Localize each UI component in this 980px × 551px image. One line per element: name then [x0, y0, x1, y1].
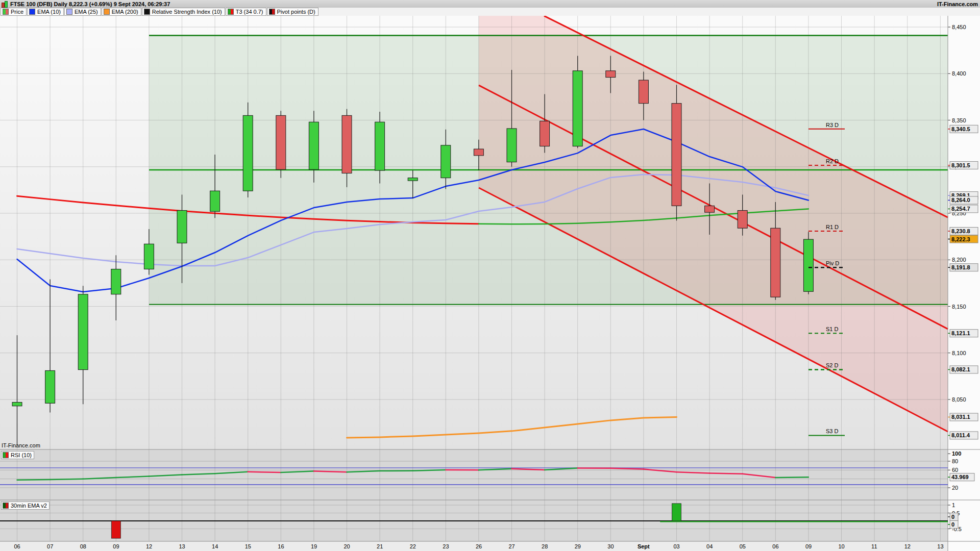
legend-item-ema10[interactable]: EMA (10) — [27, 8, 64, 16]
ema10-swatch-icon — [29, 9, 35, 15]
candle-body-up — [177, 211, 187, 243]
candle-body-up — [309, 122, 318, 169]
pivot-level-label: R1 D — [826, 224, 839, 230]
ema25-swatch-icon — [66, 9, 72, 15]
legend-item-ema200[interactable]: EMA (200) — [102, 8, 141, 16]
price-tick-label: 8,350 — [952, 117, 966, 123]
candle-body-up — [573, 71, 582, 146]
date-label: 06 — [772, 543, 778, 549]
rsi-segment — [17, 480, 51, 480]
date-label: 03 — [674, 543, 680, 549]
candle-body-up — [408, 178, 418, 181]
date-label: 12 — [146, 543, 152, 549]
price-tag: 8,254.7 — [951, 206, 970, 212]
legend-item-t3[interactable]: T3 (34 0.7) — [226, 8, 266, 16]
rsi-segment — [248, 472, 281, 472]
rsi-segment — [775, 477, 808, 478]
price-tag: 8,301.5 — [951, 162, 970, 168]
candle-body-up — [441, 145, 451, 178]
rsi-panel-legend: RSI (10) — [1, 451, 34, 459]
legend-item-price[interactable]: Price — [1, 8, 27, 16]
legend-item-ema25[interactable]: EMA (25) — [64, 8, 101, 16]
rsi-segment — [709, 473, 743, 473]
date-label: 14 — [212, 543, 218, 549]
pivot-level-label: Piv D — [826, 260, 839, 266]
candle-body-down — [771, 228, 780, 297]
date-label: 13 — [179, 543, 185, 549]
price-tick-label: 8,150 — [952, 304, 966, 310]
hist-tick-label: 1 — [952, 502, 955, 508]
date-label: 23 — [443, 543, 449, 549]
legend-item-pivots[interactable]: Pivot points (D) — [267, 8, 318, 16]
price-tick-label: 8,200 — [952, 257, 966, 263]
date-label: 21 — [377, 543, 383, 549]
candle-body-down — [276, 115, 286, 169]
chart-title: FTSE 100 (DFB) Daily 8,222.3 (+0.69%) 9 … — [10, 1, 170, 7]
candle-body-up — [375, 122, 385, 170]
price-tag: 8,031.1 — [951, 414, 970, 420]
candle-body-up — [12, 402, 22, 406]
candle-body-down — [474, 149, 483, 156]
rsi-value-tag: 43.969 — [951, 474, 969, 480]
date-label: 28 — [542, 543, 548, 549]
chart-canvas[interactable]: R3 DR2 DR1 DPiv DS1 DS2 DS3 D8,4508,4008… — [0, 16, 980, 551]
pivot-level-label: S2 D — [826, 362, 839, 368]
date-label: 06 — [14, 543, 20, 549]
rsi-tick-label: 20 — [952, 485, 958, 491]
hist-zero-tag: 0 — [951, 514, 954, 520]
price-tick-label: 8,050 — [952, 396, 966, 403]
date-label: 12 — [904, 543, 911, 549]
price-swatch-icon — [3, 9, 9, 15]
price-tag: 8,340.5 — [951, 126, 970, 132]
charting-window: { "title_bar": { "title": "FTSE 100 (DFB… — [0, 0, 980, 551]
price-tick-label: 8,400 — [952, 70, 966, 77]
date-label: 20 — [344, 543, 350, 549]
date-label: 19 — [311, 543, 317, 549]
rsi-segment — [50, 479, 83, 480]
rsi-tick-label: 80 — [952, 458, 958, 464]
legend-item-rsi[interactable]: Relative Strength Index (10) — [142, 8, 225, 16]
candle-body-down — [672, 104, 681, 206]
rsi-tick-label: 100 — [952, 450, 961, 457]
date-label: 22 — [410, 543, 416, 549]
hist-bar — [111, 521, 120, 538]
hist-bar — [672, 504, 681, 521]
rsi-segment — [610, 468, 644, 469]
date-label: 11 — [871, 543, 877, 549]
date-label: Sept — [638, 543, 650, 549]
date-label: 13 — [937, 543, 943, 549]
hist-panel-legend: 30min EMA v2 — [1, 502, 50, 510]
price-tick-label: 8,450 — [952, 24, 966, 30]
pivot-swatch-icon — [269, 9, 275, 15]
indicator-legend-bar: Price EMA (10) EMA (25) EMA (200) Relati… — [0, 8, 980, 16]
rsi-panel-background — [0, 449, 948, 500]
rsi-tick-label: 60 — [952, 467, 958, 473]
ema200-swatch-icon — [104, 9, 110, 15]
watermark: IT-Finance.com — [2, 442, 40, 448]
candle-body-down — [705, 206, 715, 212]
candle-body-up — [144, 244, 154, 269]
price-tag: 8,082.1 — [951, 366, 970, 372]
candle-body-down — [639, 80, 648, 104]
candle-body-up — [803, 239, 813, 291]
pivot-level-label: S3 D — [826, 428, 839, 434]
candle-body-up — [45, 370, 55, 403]
date-label: 08 — [80, 543, 86, 549]
price-tag: 8,230.8 — [951, 228, 970, 234]
candle-body-down — [606, 71, 616, 78]
hist-zero-tag-green: 0 — [951, 521, 954, 528]
candle-body-down — [540, 121, 550, 146]
price-tag: 8,121.1 — [951, 330, 970, 336]
date-label: 10 — [839, 543, 845, 549]
rsi-swatch-icon — [144, 9, 150, 15]
date-label: 30 — [607, 543, 614, 549]
candle-body-up — [507, 129, 517, 162]
date-label: 26 — [476, 543, 482, 549]
candle-body-up — [210, 191, 220, 211]
brand-label: IT-Finance.com — [937, 1, 978, 7]
date-label: 27 — [509, 543, 515, 549]
candle-body-up — [111, 269, 121, 294]
date-label: 09 — [113, 543, 119, 549]
pivot-level-label: R2 D — [826, 158, 839, 164]
price-tag: 8,011.4 — [951, 432, 970, 438]
